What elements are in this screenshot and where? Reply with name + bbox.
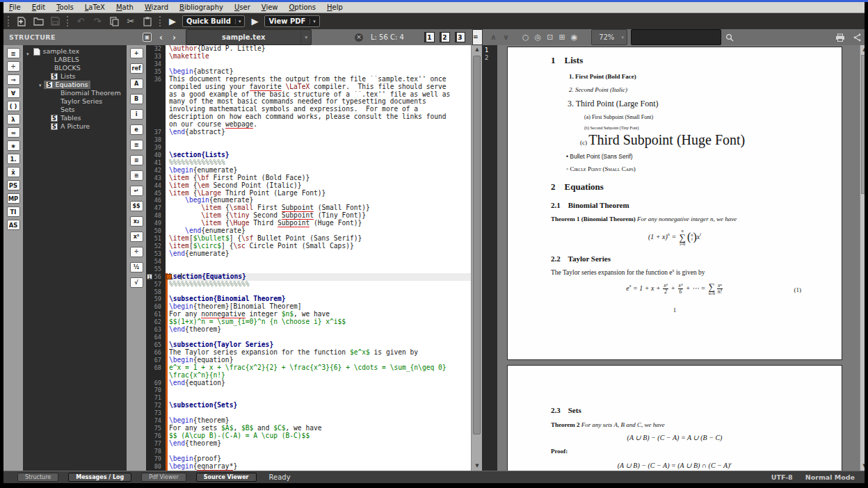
editor-row[interactable]: 80\begin{eqnarray*} — [146, 463, 471, 471]
editor-row[interactable]: 32\author{David P. Little} — [146, 45, 471, 53]
menu-wizard[interactable]: Wizard — [139, 3, 174, 12]
close-document-icon[interactable]: × — [355, 29, 363, 45]
editor-row[interactable]: 73 — [146, 409, 471, 417]
superscript-icon[interactable]: x² — [130, 231, 143, 242]
left-tags-icon[interactable]: 1. — [7, 154, 20, 164]
editor-code[interactable]: 32\author{David P. Little}33\maketitle34… — [146, 45, 471, 471]
previous-page-icon[interactable]: ∧ — [490, 33, 497, 42]
scroll-down-icon[interactable]: ▼ — [860, 462, 865, 471]
pdf-search-input[interactable] — [632, 30, 721, 44]
structure-item-binomial-theorem[interactable]: Binomial Theorem — [23, 89, 127, 97]
editor-row[interactable]: 40\section{Lists} — [146, 152, 471, 159]
editor-row[interactable]: involving mathematical symbols and expre… — [146, 106, 471, 113]
editor-row[interactable]: 36This document represents the output fr… — [146, 76, 471, 83]
structure-item-equations[interactable]: ▾SEquations — [23, 81, 127, 89]
new-document-icon[interactable] — [15, 15, 28, 28]
bookmark-icon[interactable]: 1 — [147, 274, 152, 279]
relation-symbols-icon[interactable]: ÷ — [7, 61, 20, 72]
editor-row[interactable]: 62$$(1+x)^n = \sum_{i=0}^n {n \choose i}… — [146, 318, 471, 326]
zoom-selector[interactable]: 72% ▾ — [591, 29, 627, 45]
editor-row[interactable]: 57%%%%%%%%%%%%%%%%%%%% — [146, 281, 471, 288]
structure-item-tables[interactable]: STables — [23, 114, 127, 122]
editor-row[interactable]: 60\begin{theorem}[Binomial Theorem] — [146, 303, 471, 311]
view-pdf-selector[interactable]: View PDF ▾ — [264, 15, 319, 27]
menu-view[interactable]: View — [256, 3, 284, 12]
undo-icon[interactable]: ↶ — [74, 15, 87, 28]
menu-bibliography[interactable]: Bibliography — [174, 3, 229, 12]
structure-item-sample-tex[interactable]: ▾sample.tex — [23, 47, 127, 56]
delimiters-icon[interactable]: ( ) — [7, 101, 20, 111]
next-document-icon[interactable]: › — [172, 29, 176, 45]
editor-row[interactable]: 76$$ (A\cup B)-(C-A) = A \cup (B-C)$$ — [146, 432, 471, 440]
search-icon[interactable] — [725, 29, 734, 45]
copy-icon[interactable] — [108, 15, 120, 28]
bold-icon[interactable]: B — [130, 94, 143, 104]
pdf-strip-page-1[interactable]: 1 — [485, 47, 497, 54]
greek-letters-icon[interactable]: λ — [7, 114, 20, 124]
editor-row[interactable]: 63\end{theorem} — [146, 326, 471, 334]
align-center-icon[interactable]: ≡ — [130, 155, 143, 165]
previous-document-icon[interactable]: ‹ — [159, 29, 163, 45]
editor-row[interactable]: 52\item[$\circ$] {\sc Circle Point (Smal… — [146, 243, 471, 250]
structure-list-icon[interactable]: ≡ — [7, 48, 20, 58]
editor-row[interactable]: 38 — [146, 136, 471, 144]
misc-math-icon[interactable]: ∞ — [7, 127, 20, 138]
editor-row[interactable]: 72\subsection{Sets} — [146, 402, 471, 409]
editor-row[interactable]: 41%%%%%%%%%%%%%% — [146, 159, 471, 167]
editor-row[interactable]: 45\item {\Large Third Point (Large Font)… — [146, 190, 471, 197]
statusbar-tab-pdf-viewer[interactable]: Pdf Viewer — [141, 473, 186, 482]
editor-row[interactable]: 47 \item {\small First Subpoint (Small F… — [146, 204, 471, 212]
editor-row[interactable]: 64 — [146, 334, 471, 341]
pdf-viewer[interactable]: 1 Lists1. First Point (Bold Face)2. Seco… — [497, 45, 860, 471]
menu-latex[interactable]: LaTeX — [79, 3, 111, 12]
editor-row[interactable]: many of the most basic commands needed f… — [146, 98, 471, 106]
quick-build-selector[interactable]: Quick Build ▾ — [182, 15, 245, 27]
pdf-strip-page-2[interactable]: 2 — [485, 54, 497, 62]
editor-row[interactable]: 61For any nonnegative integer $n$, we ha… — [146, 311, 471, 318]
zoom-original-icon[interactable]: ◎ — [535, 33, 542, 42]
open-file-icon[interactable] — [32, 15, 45, 28]
editor-row[interactable]: 54 — [146, 258, 471, 266]
menu-help[interactable]: Help — [321, 3, 348, 12]
misc-symbols-icon[interactable]: ∀ — [7, 88, 20, 98]
fit-width-icon[interactable]: ⊡ — [547, 33, 553, 42]
sqrt-icon[interactable]: √ — [130, 277, 143, 288]
editor-row[interactable]: 46 \begin{enumerate} — [146, 197, 471, 204]
editor-row[interactable]: 43\item {\bf First Point (Bold Face)} — [146, 174, 471, 182]
external-viewer-icon[interactable] — [853, 29, 861, 45]
editor-row[interactable]: 50 \end{enumerate} — [146, 227, 471, 235]
editor-row[interactable]: 49 \item {\Huge Third Subpoint (Huge Fon… — [146, 220, 471, 227]
redo-icon[interactable]: ↷ — [91, 15, 104, 28]
editor-row[interactable]: 71 — [146, 394, 471, 402]
fold-marker-icon[interactable]: - — [166, 274, 172, 279]
pdf-layout-2-icon[interactable]: 2 — [440, 32, 450, 42]
editor-row[interactable]: 77\end{theorem} — [146, 440, 471, 448]
pdf-scrollbar[interactable]: ▲ ▼ — [860, 45, 865, 471]
open-file-selector[interactable]: sample.tex ▾ — [186, 29, 312, 45]
asymptote-icon[interactable]: AS — [7, 220, 20, 230]
next-page-icon[interactable]: ∨ — [503, 33, 509, 42]
statusbar-tab-source-viewer[interactable]: Source Viewer — [196, 473, 257, 482]
editor-row[interactable]: 53\end{enumerate} — [146, 250, 471, 258]
metapost-icon[interactable]: MP — [7, 193, 20, 204]
statusbar-tab-messages-log[interactable]: Messages / Log — [68, 473, 131, 482]
fit-window-icon[interactable]: ⊞ — [558, 33, 565, 42]
run-view-pdf-icon[interactable]: ▶ — [249, 16, 260, 26]
structure-item-blocks[interactable]: BLOCKS — [23, 64, 127, 72]
editor-row[interactable]: 37\end{abstract} — [146, 129, 471, 136]
editor-row[interactable]: 79\begin{proof} — [146, 455, 471, 463]
editor-row[interactable]: 67\begin{equation} — [146, 357, 471, 364]
save-icon[interactable] — [49, 15, 61, 28]
editor-row[interactable]: 78 — [146, 448, 471, 455]
editor-row[interactable]: 70 — [146, 387, 471, 394]
menu-edit[interactable]: Edit — [26, 3, 51, 12]
editor-row[interactable]: 33\maketitle — [146, 53, 471, 60]
editor-row[interactable]: 48 \item {\tiny Second Subpoint (Tiny Fo… — [146, 212, 471, 220]
tikz-icon[interactable]: TI — [7, 206, 20, 217]
frac-icon[interactable]: ÷ — [130, 247, 143, 257]
editor-row[interactable]: description on how each command works, p… — [146, 113, 471, 121]
editor-row[interactable]: 65\subsection{Taylor Series} — [146, 341, 471, 349]
expander-icon[interactable]: ▾ — [26, 51, 29, 57]
scroll-up-icon[interactable]: ▲ — [860, 45, 865, 54]
structure-item-sets[interactable]: Sets — [23, 106, 127, 114]
